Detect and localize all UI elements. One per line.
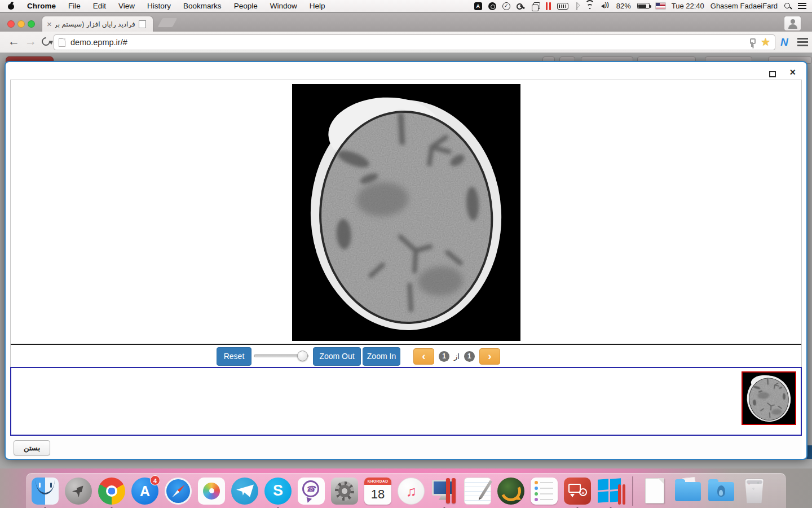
menu-bookmarks[interactable]: Bookmarks — [183, 2, 222, 10]
extension-icon[interactable]: N — [780, 36, 788, 49]
macos-menu-bar: Chrome File Edit View History Bookmarks … — [0, 0, 812, 12]
keyboard-status-icon[interactable] — [557, 3, 568, 10]
apple-menu-icon[interactable] — [8, 2, 15, 10]
password-key-icon[interactable] — [748, 38, 756, 47]
menu-history[interactable]: History — [147, 2, 171, 10]
us-flag-icon[interactable] — [656, 3, 665, 9]
desktop-wallpaper-strip: A 4 S ☎ KHORDA — [0, 468, 812, 508]
new-tab-button[interactable] — [158, 18, 178, 27]
calendar-day-label: 18 — [364, 485, 391, 503]
volume-icon[interactable] — [601, 3, 610, 10]
dock-separator — [632, 476, 633, 506]
bookmark-star-icon[interactable]: ★ — [761, 37, 770, 47]
dock-parallels-icon[interactable] — [431, 478, 458, 505]
browser-tab[interactable]: × فرادید رایان افزار (سیستم برگزاری آ — [42, 16, 153, 32]
menu-file[interactable]: File — [68, 2, 81, 10]
avatar-shoulders-icon — [788, 24, 797, 29]
menu-help[interactable]: Help — [310, 2, 325, 10]
close-modal-button[interactable]: بستن — [14, 440, 50, 456]
modal-close-icon[interactable]: × — [789, 67, 796, 78]
avatar-head-icon — [791, 19, 795, 24]
window-zoom-traffic-light[interactable] — [28, 20, 35, 28]
zoom-in-button[interactable]: Zoom In — [363, 347, 400, 366]
dock-trash-icon[interactable] — [741, 478, 768, 505]
zoom-slider-handle[interactable] — [297, 351, 308, 361]
tab-favicon-icon — [139, 20, 146, 28]
viewer-panel: Reset Zoom Out Zoom In ‹ 1 از 1 › — [10, 80, 802, 367]
address-bar[interactable]: demo.epmp.ir/# ★ — [54, 34, 775, 50]
back-button[interactable]: ← — [8, 34, 20, 48]
previous-image-button[interactable]: ‹ — [413, 348, 434, 365]
dock-linux-folder-icon[interactable] — [708, 478, 735, 505]
app-status-icon[interactable] — [488, 2, 496, 10]
dock-itunes-icon[interactable]: ♫ — [398, 478, 425, 505]
menu-people[interactable]: People — [234, 2, 258, 10]
dock-system-preferences-icon[interactable] — [331, 478, 358, 505]
dock-launchpad-icon[interactable] — [65, 478, 92, 505]
wifi-icon[interactable] — [585, 2, 595, 10]
dock-documents-icon[interactable] — [641, 478, 668, 505]
zoom-slider[interactable] — [254, 354, 308, 357]
tab-close-icon[interactable]: × — [47, 20, 52, 28]
dock-reminders-icon[interactable] — [531, 478, 558, 505]
window-minimize-traffic-light[interactable] — [17, 20, 25, 28]
window-close-traffic-light[interactable] — [7, 20, 15, 28]
total-pages-badge: 1 — [464, 351, 475, 362]
dock-chrome-icon[interactable] — [98, 478, 125, 505]
menu-view[interactable]: View — [118, 2, 135, 10]
page-icon — [59, 38, 65, 47]
bluetooth-icon[interactable] — [575, 2, 579, 10]
menu-clock[interactable]: Tue 22:40 — [672, 2, 704, 10]
browser-tab-strip: × فرادید رایان افزار (سیستم برگزاری آ — [0, 13, 812, 32]
current-page-badge: 1 — [439, 351, 449, 362]
pager-of-label: از — [454, 352, 460, 361]
dock-finder-icon[interactable] — [32, 478, 59, 505]
desktop-screen: Chrome File Edit View History Bookmarks … — [0, 0, 812, 508]
forward-button: → — [25, 34, 37, 48]
calendar-month-label: KHORDAD — [364, 478, 391, 485]
ct-scan-image[interactable] — [292, 84, 520, 341]
browser-toolbar: ← → demo.epmp.ir/# ★ N — [0, 32, 812, 53]
battery-icon[interactable] — [637, 3, 650, 9]
dock-calendar-icon[interactable]: KHORDAD 18 — [364, 478, 391, 505]
ct-thumbnail[interactable] — [742, 371, 796, 425]
tab-title: فرادید رایان افزار (سیستم برگزاری آ — [55, 20, 135, 28]
modal-maximize-icon[interactable] — [769, 71, 776, 77]
dock-jdownloader-icon[interactable] — [497, 478, 524, 505]
url-text[interactable]: demo.epmp.ir/# — [70, 38, 743, 47]
menu-edit[interactable]: Edit — [93, 2, 106, 10]
menu-username[interactable]: Ghasem FadaeiFard — [710, 2, 778, 10]
next-image-button[interactable]: › — [479, 348, 500, 365]
notification-center-icon[interactable] — [798, 3, 806, 9]
viewer-control-bar: Reset Zoom Out Zoom In ‹ 1 از 1 › — [11, 344, 801, 367]
image-pager: ‹ 1 از 1 › — [413, 347, 500, 366]
profile-avatar-button[interactable] — [784, 16, 801, 31]
check-status-icon[interactable]: ✓ — [502, 2, 510, 10]
dock-viber-icon[interactable]: ☎ — [298, 478, 325, 505]
dock: A 4 S ☎ KHORDA — [26, 473, 786, 508]
spotlight-search-icon[interactable] — [784, 2, 792, 10]
dock-safari-icon[interactable] — [165, 478, 192, 505]
dock-windows-icon[interactable] — [597, 478, 624, 505]
dock-appstore-icon[interactable]: A 4 — [131, 478, 158, 505]
layers-status-icon[interactable] — [532, 2, 540, 10]
reset-button[interactable]: Reset — [217, 347, 251, 366]
chrome-menu-icon[interactable] — [797, 38, 808, 46]
dock-downloads-folder-icon[interactable] — [674, 478, 701, 505]
dock-telegram-icon[interactable] — [231, 478, 258, 505]
dock-textedit-icon[interactable] — [464, 478, 491, 505]
red-pause-status-icon[interactable] — [546, 2, 551, 10]
key-status-icon[interactable] — [517, 2, 526, 10]
adobe-status-icon[interactable]: A — [474, 2, 482, 10]
menu-window[interactable]: Window — [270, 2, 297, 10]
ct-thumbnail-image — [743, 373, 795, 424]
battery-percent: 82% — [616, 2, 631, 10]
zoom-out-button[interactable]: Zoom Out — [313, 347, 361, 366]
dock-skype-icon[interactable]: S — [264, 478, 292, 505]
reload-button[interactable] — [40, 36, 52, 47]
dock-remote-desktop-icon[interactable]: » — [564, 478, 591, 505]
image-viewer-modal: × Reset Zoom Out Zoom In ‹ 1 از 1 › — [5, 61, 807, 460]
appstore-badge: 4 — [150, 475, 160, 485]
dock-photos-icon[interactable] — [198, 478, 225, 505]
menu-app-chrome[interactable]: Chrome — [27, 2, 56, 10]
